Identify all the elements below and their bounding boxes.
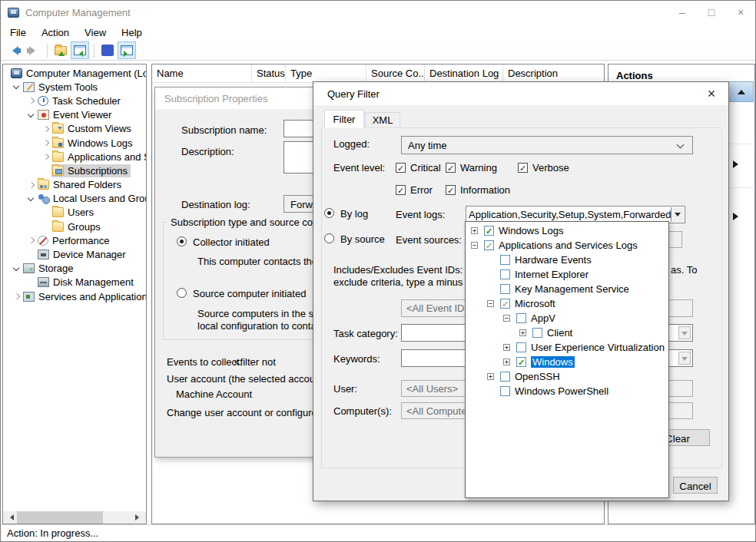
tree-item[interactable]: Groups [3,220,146,233]
scroll-left-icon[interactable] [3,511,15,524]
tree-item[interactable]: Subscriptions [3,164,146,177]
tree-checkbox[interactable] [500,255,510,265]
forward-button[interactable] [24,41,42,59]
tab-xml[interactable]: XML [365,112,400,128]
column-header[interactable]: Source Co... [366,64,425,82]
by-source-label[interactable]: By source [340,233,385,245]
expander-icon[interactable] [40,137,51,148]
show-console-tree-button[interactable] [71,41,89,59]
expander-icon[interactable] [25,110,37,121]
tree-checkbox[interactable]: ✓ [484,240,494,250]
minimize-button[interactable]: – [668,1,697,24]
expand-icon[interactable]: + [487,373,494,380]
tree-checkbox[interactable] [500,284,510,294]
collector-initiated-radio[interactable] [177,236,187,246]
expander-icon[interactable] [40,151,51,162]
collapse-icon[interactable]: − [503,315,510,322]
menu-item-action[interactable]: Action [34,25,77,41]
tree-checkbox[interactable] [516,313,526,323]
tree-item[interactable]: Task Scheduler [3,94,146,107]
tree-checkbox[interactable] [532,328,542,338]
expander-icon[interactable] [11,81,22,92]
close-icon[interactable]: × [701,84,722,103]
tree-item[interactable]: Storage [3,262,146,276]
tree-item[interactable]: Shared Folders [3,178,146,192]
submenu-arrow-icon[interactable] [733,160,742,168]
horizontal-scrollbar[interactable] [3,511,146,524]
logs-tree-item[interactable]: −✓Applications and Services Logs [466,238,668,253]
tab-filter[interactable]: Filter [324,110,364,128]
tree-checkbox[interactable] [500,372,510,382]
tree-item[interactable]: System Tools [3,80,146,94]
by-source-radio[interactable] [324,233,334,243]
information-checkbox[interactable]: ✓Information [446,184,510,196]
logs-tree-item[interactable]: +OpenSSH [466,369,668,384]
collapse-icon[interactable]: − [471,242,478,249]
error-checkbox[interactable]: ✓Error [396,184,433,196]
logs-tree-item[interactable]: −AppV [466,311,668,326]
scrollbar-thumb[interactable] [17,511,103,524]
verbose-checkbox[interactable]: ✓Verbose [518,162,569,174]
tree-item[interactable]: Users [3,206,146,220]
close-button[interactable]: × [726,1,755,24]
tree-item[interactable]: Computer Management (Local [3,66,146,80]
collapse-icon[interactable]: − [487,300,494,307]
tree-checkbox[interactable]: ✓ [500,299,510,309]
tree-item[interactable]: Device Manager [3,247,146,261]
logged-combo[interactable]: Any time [401,136,693,154]
column-header[interactable]: Status [252,64,286,82]
scroll-up-icon[interactable] [728,81,754,102]
by-log-radio[interactable] [324,208,334,218]
expand-icon[interactable]: + [471,227,478,234]
column-header[interactable]: Destination Log [425,64,503,82]
tree-checkbox[interactable] [500,269,510,279]
expander-icon[interactable] [25,193,37,204]
expander-icon[interactable] [25,180,37,190]
cancel-button[interactable]: Cancel [673,477,718,494]
column-header[interactable]: Type [286,64,366,82]
expander-icon[interactable] [11,291,22,302]
logs-tree-item[interactable]: +✓Windows Logs [466,223,668,238]
tree-checkbox[interactable]: ✓ [484,226,494,236]
tree-item[interactable]: Services and Applications [3,289,146,303]
menu-item-file[interactable]: File [2,25,34,41]
tree-checkbox[interactable]: ✓ [516,357,526,367]
tree-item[interactable]: Custom Views [3,122,146,136]
scroll-right-icon[interactable] [134,511,146,524]
submenu-arrow-icon[interactable] [733,213,742,220]
tree-item[interactable]: Performance [3,233,146,247]
logs-tree-item[interactable]: +Client [466,326,668,340]
expand-icon[interactable]: + [519,329,526,336]
back-button[interactable] [5,41,23,59]
help-button[interactable] [98,41,117,59]
warning-checkbox[interactable]: ✓Warning [446,162,497,174]
column-header[interactable]: Name [152,64,252,82]
logs-tree-item[interactable]: +User Experience Virtualization [466,340,668,355]
logs-tree-item[interactable]: Key Management Service [466,282,668,296]
source-initiated-label[interactable]: Source computer initiated [193,288,306,299]
expand-icon[interactable]: + [503,344,510,351]
up-one-level-button[interactable] [51,41,70,59]
tree-checkbox[interactable] [500,386,510,396]
logs-tree-item[interactable]: −✓Microsoft [466,296,668,311]
by-log-label[interactable]: By log [340,208,368,220]
tree-item[interactable]: Local Users and Groups [3,192,146,206]
logs-tree-item[interactable]: Internet Explorer [466,267,668,282]
expander-icon[interactable] [25,95,37,106]
menu-item-help[interactable]: Help [114,25,150,41]
dropdown-arrow-icon[interactable] [671,207,684,222]
menu-item-view[interactable]: View [77,25,114,41]
tree-item[interactable]: Applications and Se [3,150,146,164]
expander-icon[interactable] [11,263,22,274]
expander-icon[interactable] [25,235,37,246]
logs-tree-item[interactable]: Windows PowerShell [466,384,668,398]
expander-icon[interactable] [40,124,51,134]
column-header[interactable]: Description [503,64,604,82]
tree-item[interactable]: Disk Management [3,276,146,289]
critical-checkbox[interactable]: ✓Critical [396,162,441,174]
expand-icon[interactable]: + [503,359,510,365]
tree-item[interactable]: Event Viewer [3,108,146,122]
show-action-pane-button[interactable] [118,41,136,59]
scrollbar-track[interactable] [15,511,134,524]
logs-tree-item[interactable]: +✓Windows [466,355,668,369]
